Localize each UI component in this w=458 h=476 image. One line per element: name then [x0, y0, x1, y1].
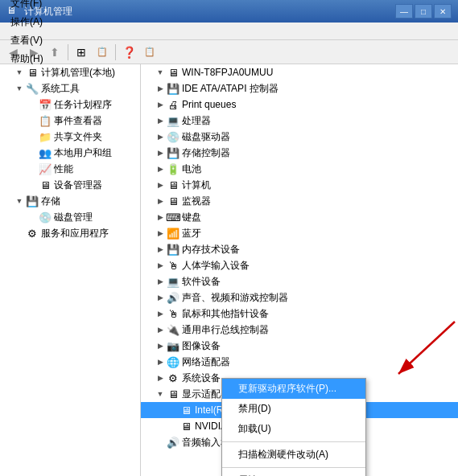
node-label: 通用串行总线控制器 — [182, 323, 269, 337]
toggle-icon: ▼ — [13, 68, 26, 76]
properties-button[interactable]: 📋 — [93, 43, 112, 61]
back-button[interactable]: ◀ — [3, 43, 23, 61]
title-bar: 🖥 计算机管理 — □ ✕ — [0, 0, 458, 23]
content-root[interactable]: ▼ 🖥 WIN-T8FPJA0UMUU — [141, 64, 458, 80]
node-label: 键盘 — [182, 211, 201, 224]
node-label: 人体学输入设备 — [182, 259, 250, 273]
toggle: ▶ — [154, 374, 167, 382]
toggle: ▶ — [154, 277, 167, 285]
node-label: 网络适配器 — [182, 355, 230, 369]
node-icon: 📶 — [167, 227, 179, 240]
sidebar-item-device-mgr[interactable]: 🖥设备管理器 — [0, 177, 140, 193]
node-icon: 🔧 — [26, 82, 39, 95]
node-icon: 💾 — [167, 146, 179, 159]
node-icon: 💾 — [167, 243, 179, 256]
content-item-print[interactable]: ▶🖨Print queues — [141, 96, 458, 113]
content-item-bluetooth[interactable]: ▶📶蓝牙 — [141, 225, 458, 241]
node-icon: 🌐 — [167, 355, 179, 368]
content-item-network[interactable]: ▶🌐网络适配器 — [141, 354, 458, 370]
node-icon: 🖥 — [167, 388, 179, 400]
main-area: ▼ 🖥 计算机管理(本地) ▼🔧系统工具 📅任务计划程序 📋事件查看器 📁共享文… — [0, 64, 458, 476]
content-item-sound[interactable]: ▶🔊声音、视频和游戏控制器 — [141, 289, 458, 306]
toggle: ▶ — [154, 165, 167, 173]
toggle: ▶ — [154, 84, 167, 92]
node-label: IDE ATA/ATAPI 控制器 — [182, 82, 279, 96]
node-icon: 👥 — [39, 146, 52, 159]
node-icon: 💻 — [167, 114, 179, 127]
content-item-cpu[interactable]: ▶💻处理器 — [141, 113, 458, 129]
computer-icon: 🖥 — [26, 66, 39, 79]
context-menu-item-scan[interactable]: 扫描检测硬件改动(A) — [222, 445, 365, 465]
node-label: 性能 — [54, 162, 73, 176]
node-icon: 💾 — [167, 82, 179, 95]
node-label: 计算机 — [182, 178, 211, 192]
context-menu-item-properties[interactable]: 属性(R) — [222, 470, 365, 476]
node-icon: 🖱 — [167, 307, 179, 320]
content-item-computer[interactable]: ▶🖥计算机 — [141, 177, 458, 193]
sidebar-item-performance[interactable]: 📈性能 — [0, 161, 140, 177]
node-icon: 🖱 — [167, 259, 179, 272]
content-item-battery[interactable]: ▶🔋电池 — [141, 161, 458, 177]
toggle: ▶ — [154, 342, 167, 350]
content-item-ide[interactable]: ▶💾IDE ATA/ATAPI 控制器 — [141, 80, 458, 96]
content-item-com-ports[interactable]: ▶🔌通用串行总线控制器 — [141, 322, 458, 338]
sidebar-item-task-scheduler[interactable]: 📅任务计划程序 — [0, 96, 140, 113]
content-item-monitor[interactable]: ▶🖥监视器 — [141, 193, 458, 209]
sidebar-item-local-users[interactable]: 👥本地用户和组 — [0, 145, 140, 161]
node-icon: 📷 — [167, 339, 179, 352]
content-item-disk-drives[interactable]: ▶💿磁盘驱动器 — [141, 129, 458, 145]
extra-button[interactable]: 📋 — [140, 43, 159, 61]
up-button[interactable]: ⬆ — [45, 43, 64, 61]
toggle: ▶ — [154, 229, 167, 237]
content-item-memory-tech[interactable]: ▶💾内存技术设备 — [141, 241, 458, 257]
sidebar-item-event-viewer[interactable]: 📋事件查看器 — [0, 113, 140, 129]
window-controls: — □ ✕ — [395, 4, 452, 18]
close-button[interactable]: ✕ — [434, 4, 452, 18]
context-menu-item-update-driver[interactable]: 更新驱动程序软件(P)... — [222, 379, 365, 399]
show-hide-button[interactable]: ⊞ — [72, 43, 91, 61]
context-menu-item-uninstall[interactable]: 卸载(U) — [222, 419, 365, 439]
content-item-imaging[interactable]: ▶📷图像设备 — [141, 338, 458, 354]
content-item-storage-ctrl[interactable]: ▶💾存储控制器 — [141, 145, 458, 161]
menu-item-1[interactable]: 操作(A) — [3, 13, 51, 31]
sidebar-item-shared-folders[interactable]: 📁共享文件夹 — [0, 129, 140, 145]
context-menu-separator — [222, 441, 365, 442]
toggle: ▶ — [154, 310, 167, 318]
node-label: 任务计划程序 — [54, 98, 112, 112]
node-label: 内存技术设备 — [182, 243, 240, 256]
sidebar-item-services[interactable]: ⚙服务和应用程序 — [0, 225, 140, 241]
minimize-button[interactable]: — — [395, 4, 413, 18]
menu-item-0[interactable]: 文件(F) — [3, 0, 51, 13]
node-label: 磁盘驱动器 — [182, 130, 230, 144]
sidebar-item-storage[interactable]: ▼💾存储 — [0, 193, 140, 209]
toggle: ▼ — [154, 390, 167, 398]
context-menu-items: 更新驱动程序软件(P)...禁用(D)卸载(U)扫描检测硬件改动(A)属性(R) — [222, 379, 365, 476]
sidebar-item-sys-tools[interactable]: ▼🔧系统工具 — [0, 80, 140, 96]
content-item-software-dev[interactable]: ▶💻软件设备 — [141, 273, 458, 289]
content-item-mouse[interactable]: ▶🖱鼠标和其他指针设备 — [141, 306, 458, 322]
node-icon: 🔊 — [167, 436, 179, 449]
node-label: 声音、视频和游戏控制器 — [182, 291, 288, 305]
root-label: 计算机管理(本地) — [41, 66, 115, 80]
node-icon: 💿 — [167, 130, 179, 143]
content-item-keyboard[interactable]: ▶⌨键盘 — [141, 209, 458, 225]
node-label: 图像设备 — [182, 339, 221, 353]
node-icon: 🖨 — [167, 98, 179, 111]
node-label: 电池 — [182, 162, 201, 176]
node-icon: 🖥 — [179, 420, 192, 433]
toolbar: ◀ ▶ ⬆ ⊞ 📋 ❓ 📋 — [0, 40, 458, 64]
node-label: 设备管理器 — [54, 178, 102, 192]
context-menu-item-disable[interactable]: 禁用(D) — [222, 399, 365, 419]
title-bar-text: 计算机管理 — [24, 5, 390, 18]
sidebar-item-disk-mgmt[interactable]: 💿磁盘管理 — [0, 209, 140, 225]
maximize-button[interactable]: □ — [415, 4, 432, 18]
content-panel: ▼ 🖥 WIN-T8FPJA0UMUU ▶💾IDE ATA/ATAPI 控制器▶… — [141, 64, 458, 476]
content-item-hid[interactable]: ▶🖱人体学输入设备 — [141, 257, 458, 273]
forward-button[interactable]: ▶ — [24, 43, 43, 61]
node-icon: 📅 — [39, 98, 52, 111]
sidebar-root[interactable]: ▼ 🖥 计算机管理(本地) — [0, 64, 140, 80]
toggle: ▶ — [154, 326, 167, 334]
help-button[interactable]: ❓ — [119, 43, 138, 61]
node-label: 服务和应用程序 — [41, 227, 109, 240]
node-icon: 🔊 — [167, 291, 179, 304]
